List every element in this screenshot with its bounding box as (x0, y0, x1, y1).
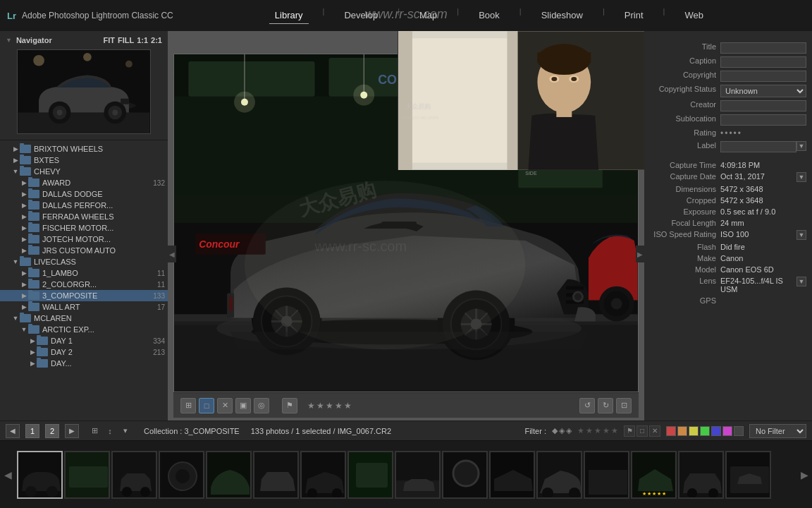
right-panel-toggle[interactable]: ▶ (636, 246, 644, 262)
filmstrip-thumb-5[interactable] (206, 451, 252, 499)
folder-1lambo[interactable]: 1_LAMBO 11 (0, 267, 168, 279)
rating-star-4[interactable]: • (734, 128, 737, 138)
folder-arrow[interactable] (20, 292, 28, 299)
folder-arrow[interactable] (11, 258, 20, 265)
folder-arrow[interactable] (11, 315, 20, 322)
filmstrip-thumb-4[interactable] (159, 451, 204, 499)
meta-label-input[interactable] (720, 141, 796, 152)
folder-3composite[interactable]: 3_COMPOSITE 133 (0, 290, 168, 301)
nav-fill[interactable]: FILL (118, 36, 134, 44)
filmstrip-thumb-11[interactable] (489, 451, 535, 499)
star-3[interactable]: ★ (326, 401, 333, 411)
nav-web[interactable]: Web (679, 7, 709, 24)
flag-button[interactable]: ⚑ (282, 398, 297, 413)
folder-chevy[interactable]: CHEVY (0, 166, 168, 177)
filmstrip-thumb-7[interactable] (300, 451, 346, 499)
folder-arrow[interactable] (11, 157, 20, 164)
filter-diamond-2[interactable]: ◈ (559, 426, 565, 435)
filmstrip-thumb-6[interactable] (253, 451, 299, 499)
survey-view-button[interactable]: ▣ (235, 398, 251, 413)
folder-day3[interactable]: DAY... (0, 358, 168, 369)
nav-library[interactable]: Library (269, 7, 309, 24)
folder-arrow[interactable] (20, 179, 28, 186)
color-yellow[interactable] (689, 426, 699, 436)
folder-brixton-wheels[interactable]: BRIXTON WHEELS (0, 143, 168, 155)
filmstrip-thumb-8[interactable] (347, 451, 393, 499)
lens-scroll[interactable]: ▼ (796, 277, 806, 286)
status-page2[interactable]: 2 (45, 424, 59, 438)
rating-star-5[interactable]: • (738, 128, 741, 138)
filmstrip-next-button[interactable]: ▶ (796, 441, 812, 509)
folder-arrow[interactable] (20, 270, 28, 277)
folder-arrow[interactable] (28, 360, 37, 367)
filter-diamond-3[interactable]: ◈ (566, 426, 572, 435)
nav-book[interactable]: Book (473, 7, 505, 24)
meta-title-input[interactable] (720, 42, 806, 54)
star-4[interactable]: ★ (335, 401, 343, 411)
folder-arrow[interactable] (20, 224, 28, 231)
status-page1[interactable]: 1 (25, 424, 39, 438)
navigator-header[interactable]: ▼ Navigator FIT FILL 1:1 2:1 (0, 34, 168, 47)
star-2[interactable]: ★ (316, 401, 324, 411)
flag-neutral[interactable]: □ (636, 425, 648, 437)
folder-arrow[interactable] (20, 190, 28, 198)
folder-award[interactable]: AWARD 132 (0, 177, 168, 188)
filmstrip-thumb-16[interactable] (725, 451, 771, 499)
meta-copyright-input[interactable] (720, 71, 806, 82)
status-grid-icon[interactable]: ⊞ (87, 424, 102, 438)
star-rating[interactable]: ★ ★ ★ ★ ★ (307, 401, 352, 411)
flag-reject[interactable]: ✕ (649, 425, 660, 437)
folder-arrow[interactable] (20, 303, 28, 310)
color-purple[interactable] (722, 426, 732, 436)
filmstrip-thumb-1[interactable] (17, 451, 63, 499)
folder-arrow[interactable] (20, 213, 28, 220)
filmstrip-prev-button[interactable]: ◀ (0, 441, 16, 509)
nav-zoom2[interactable]: 2:1 (151, 36, 162, 44)
status-filter-stars[interactable]: ★ ★ ★ ★ ★ (577, 426, 618, 435)
folder-dallas-dodge[interactable]: DALLAS DODGE (0, 188, 168, 200)
folder-arrow[interactable] (20, 236, 28, 243)
status-flags[interactable]: ⚑ □ ✕ (624, 425, 660, 437)
filmstrip-thumb-12[interactable] (536, 451, 582, 499)
grid-view-button[interactable]: ⊞ (180, 398, 196, 413)
folder-bxtes[interactable]: BXTES (0, 155, 168, 166)
filter-star-2[interactable]: ★ (586, 426, 593, 435)
folder-wall-art[interactable]: WALL ART 17 (0, 301, 168, 313)
color-none[interactable] (734, 426, 744, 436)
color-labels[interactable] (666, 426, 744, 436)
filmstrip-thumb-15[interactable] (678, 451, 724, 499)
status-filter-icon[interactable]: ▾ (118, 424, 133, 438)
folder-arrow[interactable] (11, 145, 20, 152)
zoom-button[interactable]: ⊡ (616, 398, 632, 413)
nav-fit[interactable]: FIT (103, 36, 115, 44)
color-orange[interactable] (677, 426, 687, 436)
flag-pick[interactable]: ⚑ (624, 425, 635, 437)
rating-star-2[interactable]: • (725, 128, 727, 138)
status-next-button[interactable]: ▶ (65, 424, 79, 438)
folder-day2[interactable]: DAY 2 213 (0, 346, 168, 358)
status-prev-button[interactable]: ◀ (6, 424, 20, 438)
filter-diamond-1[interactable]: ◆ (552, 426, 558, 435)
filter-star-3[interactable]: ★ (594, 426, 601, 435)
folder-arrow[interactable] (20, 202, 28, 209)
folder-arrow-chevy[interactable] (11, 168, 20, 175)
people-button[interactable]: ◎ (254, 398, 269, 413)
left-panel-toggle[interactable]: ◀ (168, 246, 176, 262)
filmstrip-thumb-2[interactable] (64, 451, 110, 499)
folder-arrow[interactable] (28, 349, 37, 356)
filmstrip-thumb-9[interactable] (395, 451, 441, 499)
folder-dallas-perf[interactable]: DALLAS PERFOR... (0, 200, 168, 211)
filmstrip-thumb-3[interactable] (111, 451, 157, 499)
rating-star-3[interactable]: • (729, 128, 732, 138)
folder-ferrada[interactable]: FERRADA WHEELS (0, 211, 168, 222)
status-filter-diamonds[interactable]: ◆ ◈ ◈ (552, 426, 572, 435)
folder-jotech[interactable]: JOTECH MOTOR... (0, 234, 168, 245)
folder-arrow[interactable] (20, 326, 28, 333)
folder-arrow[interactable] (20, 247, 28, 254)
meta-copyright-status-select[interactable]: Unknown Copyrighted Public Domain (720, 85, 806, 97)
folder-mclaren[interactable]: MCLAREN (0, 313, 168, 324)
nav-print[interactable]: Print (619, 7, 649, 24)
star-5[interactable]: ★ (344, 401, 352, 411)
filter-star-1[interactable]: ★ (577, 426, 584, 435)
label-scroll-down[interactable]: ▼ (796, 141, 806, 151)
